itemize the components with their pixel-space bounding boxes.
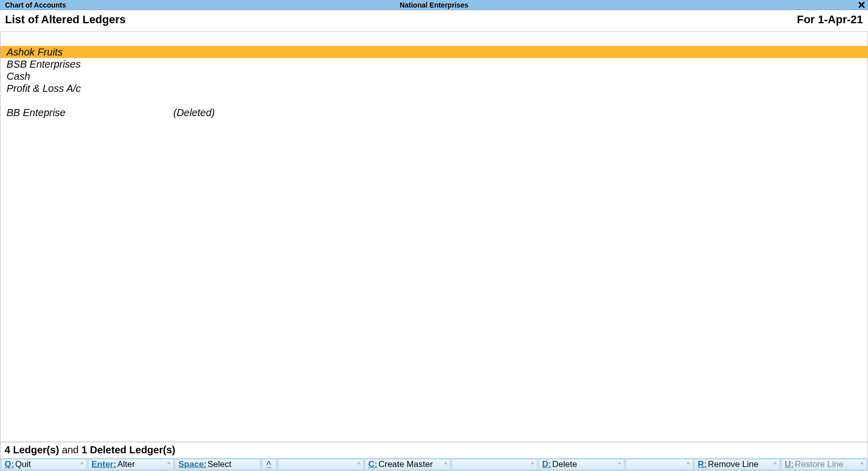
content-area: Ashok FruitsBSB EnterprisesCashProfit & … (0, 31, 868, 442)
action-bar: Q: Quit ^ Enter: Alter ^ Space: Select ^… (0, 458, 868, 471)
create-label: Create Master (378, 459, 433, 469)
deleted-count: 1 Deleted Ledger(s) (81, 444, 175, 455)
remove-label: Remove Line (708, 459, 758, 469)
ledger-name: BSB Enterprises (7, 59, 173, 70)
page-date: For 1-Apr-21 (797, 13, 863, 26)
ledger-row[interactable]: Cash (1, 70, 867, 82)
page-title: List of Altered Ledgers (5, 13, 126, 26)
summary-and: and (62, 444, 81, 455)
header-row: List of Altered Ledgers For 1-Apr-21 (0, 10, 868, 31)
caret-icon: ^ (858, 461, 863, 468)
ledger-name: BB Enteprise (7, 107, 173, 119)
ledger-name: Cash (7, 71, 173, 82)
caret-icon: ^ (355, 461, 360, 468)
deleted-ledger-list: BB Enteprise(Deleted) (1, 107, 867, 119)
title-center: National Enterprises (400, 1, 468, 9)
caret-icon: ^ (771, 461, 777, 468)
delete-label: Delete (552, 459, 577, 469)
caret-icon: ^ (529, 461, 534, 468)
create-master-button[interactable]: C: Create Master ^ (365, 459, 451, 470)
summary-bar: 4 Ledger(s) and 1 Deleted Ledger(s) (0, 442, 868, 458)
alter-button[interactable]: Enter: Alter ^ (88, 459, 174, 470)
ledger-count: 4 Ledger(s) (5, 444, 59, 455)
select-button[interactable]: Space: Select (175, 459, 261, 470)
caret-icon: ^ (616, 461, 621, 468)
close-icon[interactable]: ✕ (857, 1, 866, 10)
alter-label: Alter (117, 459, 135, 469)
title-bar: Chart of Accounts National Enterprises ✕ (0, 0, 868, 10)
delete-key: D: (542, 459, 551, 469)
restore-key: U: (785, 459, 794, 469)
caret-icon: ^ (78, 461, 83, 468)
ledger-status: (Deleted) (173, 107, 215, 119)
delete-button[interactable]: D: Delete ^ (539, 459, 624, 470)
ledger-list: Ashok FruitsBSB EnterprisesCashProfit & … (1, 46, 867, 94)
caret-icon: ^ (442, 461, 447, 468)
remove-line-button[interactable]: R: Remove Line ^ (694, 459, 780, 470)
restore-label: Restore Line (795, 459, 843, 469)
divider (1, 31, 867, 32)
ledger-name: Profit & Loss A/c (7, 83, 173, 94)
deleted-ledger-row[interactable]: BB Enteprise(Deleted) (1, 107, 867, 119)
ledger-row[interactable]: BSB Enterprises (1, 58, 867, 70)
caret-key-icon: ^ (266, 459, 271, 469)
select-key: Space: (178, 459, 207, 469)
caret-button[interactable]: ^ (262, 459, 277, 470)
spacer (1, 94, 867, 107)
select-label: Select (208, 459, 231, 469)
quit-button[interactable]: Q: Quit ^ (1, 459, 87, 470)
alter-key: Enter: (91, 459, 116, 469)
quit-label: Quit (15, 459, 31, 469)
remove-key: R: (698, 459, 707, 469)
ledger-row[interactable]: Profit & Loss A/c (1, 82, 867, 94)
caret-icon: ^ (685, 461, 690, 468)
create-key: C: (368, 459, 377, 469)
restore-line-button[interactable]: U: Restore Line ^ (781, 459, 867, 470)
caret-icon: ^ (165, 461, 170, 468)
title-left: Chart of Accounts (0, 1, 66, 9)
ledger-row[interactable]: Ashok Fruits (1, 46, 867, 58)
blank-button-3[interactable]: ^ (625, 459, 693, 470)
blank-button-1[interactable]: ^ (278, 459, 364, 470)
blank-button-2[interactable]: ^ (452, 459, 538, 470)
quit-key: Q: (5, 459, 14, 469)
ledger-name: Ashok Fruits (7, 46, 173, 58)
